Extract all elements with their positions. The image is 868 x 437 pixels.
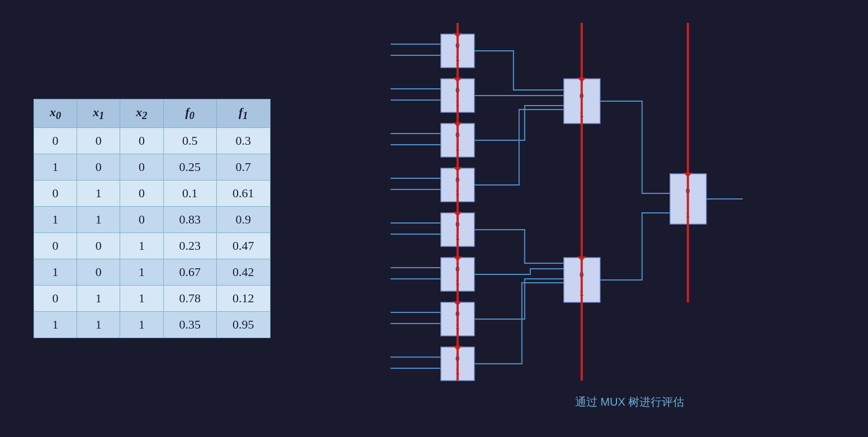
- cell-5-4: 0.42: [217, 259, 271, 286]
- table-row: 0110.780.12: [34, 286, 271, 312]
- wire-leaf7-mid2: [474, 279, 563, 319]
- cell-5-3: 0.67: [163, 259, 217, 286]
- cell-5-2: 1: [120, 259, 163, 286]
- cell-3-4: 0.9: [217, 207, 271, 233]
- col-header-x0: x0: [34, 99, 77, 127]
- cell-3-2: 0: [120, 207, 163, 233]
- cell-4-0: 0: [34, 233, 77, 259]
- table-row: 0100.10.61: [34, 180, 271, 207]
- cell-4-4: 0.47: [217, 233, 271, 259]
- wire-mid1-root: [600, 101, 670, 193]
- cell-1-1: 0: [77, 154, 120, 180]
- cell-2-2: 0: [120, 180, 163, 207]
- cell-7-4: 0.95: [217, 312, 271, 338]
- cell-5-0: 1: [34, 259, 77, 286]
- wire-leaf8-mid2: [474, 283, 563, 364]
- table-row: 0000.50.3: [34, 128, 271, 154]
- col-header-x1: x1: [77, 99, 120, 127]
- mux-svg: 0 1 0 1 0 1 0 1 0 1 0 1 0 1: [315, 23, 834, 414]
- wire-leaf1-mid1: [474, 51, 563, 90]
- cell-6-0: 0: [34, 286, 77, 312]
- cell-1-0: 1: [34, 154, 77, 180]
- cell-6-1: 1: [77, 286, 120, 312]
- cell-1-2: 0: [120, 154, 163, 180]
- table-row: 1000.250.7: [34, 154, 271, 180]
- cell-0-3: 0.5: [163, 128, 217, 154]
- cell-5-1: 0: [77, 259, 120, 286]
- cell-0-0: 0: [34, 128, 77, 154]
- main-container: x0 x1 x2 f0 f1 0000.50.31000.250.70100.1…: [0, 0, 868, 437]
- cell-7-0: 1: [34, 312, 77, 338]
- cell-0-2: 0: [120, 128, 163, 154]
- cell-7-2: 1: [120, 312, 163, 338]
- mux-diagram: 0 1 0 1 0 1 0 1 0 1 0 1 0 1: [315, 23, 834, 414]
- cell-3-0: 1: [34, 207, 77, 233]
- cell-2-0: 0: [34, 180, 77, 207]
- col-header-f0: f0: [163, 99, 217, 127]
- cell-3-1: 1: [77, 207, 120, 233]
- cell-4-3: 0.23: [163, 233, 217, 259]
- wire-leaf4-mid1: [474, 110, 563, 185]
- truth-table: x0 x1 x2 f0 f1 0000.50.31000.250.70100.1…: [34, 99, 271, 338]
- cell-0-4: 0.3: [217, 128, 271, 154]
- wire-leaf6-mid2: [474, 269, 563, 274]
- cell-6-2: 1: [120, 286, 163, 312]
- table-row: 0010.230.47: [34, 233, 271, 259]
- cell-3-3: 0.83: [163, 207, 217, 233]
- cell-1-3: 0.25: [163, 154, 217, 180]
- cell-7-1: 1: [77, 312, 120, 338]
- cell-4-1: 0: [77, 233, 120, 259]
- table-row: 1100.830.9: [34, 207, 271, 233]
- cell-6-4: 0.12: [217, 286, 271, 312]
- cell-4-2: 1: [120, 233, 163, 259]
- table-body: 0000.50.31000.250.70100.10.611100.830.90…: [34, 128, 271, 338]
- col-header-f1: f1: [217, 99, 271, 127]
- wire-leaf5-mid2: [474, 230, 563, 263]
- table-row: 1110.350.95: [34, 312, 271, 338]
- cell-2-4: 0.61: [217, 180, 271, 207]
- cell-7-3: 0.35: [163, 312, 217, 338]
- mux-caption: 通过 MUX 树进行评估: [575, 396, 684, 408]
- col-header-x2: x2: [120, 99, 163, 127]
- cell-0-1: 0: [77, 128, 120, 154]
- cell-1-4: 0.7: [217, 154, 271, 180]
- cell-2-3: 0.1: [163, 180, 217, 207]
- truth-table-wrapper: x0 x1 x2 f0 f1 0000.50.31000.250.70100.1…: [34, 99, 271, 338]
- wire-mid2-root: [600, 213, 670, 280]
- cell-2-1: 1: [77, 180, 120, 207]
- cell-6-3: 0.78: [163, 286, 217, 312]
- table-row: 1010.670.42: [34, 259, 271, 286]
